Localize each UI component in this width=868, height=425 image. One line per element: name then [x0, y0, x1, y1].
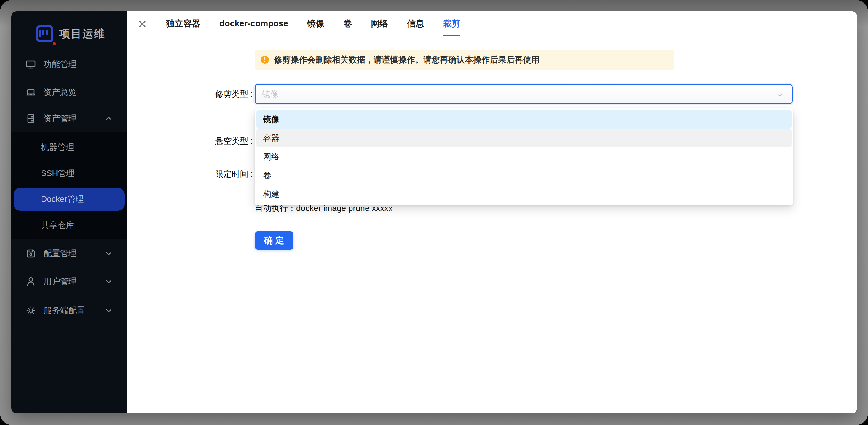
sidebar-item-label: 配置管理 — [43, 248, 77, 259]
tab-volume[interactable]: 卷 — [343, 11, 352, 36]
sidebar-item-function-mgmt[interactable]: 功能管理 — [11, 51, 127, 77]
chevron-down-icon — [105, 278, 113, 285]
sidebar-item-label: 服务端配置 — [43, 305, 85, 316]
server-icon — [25, 113, 36, 124]
sidebar-item-label: 用户管理 — [43, 276, 77, 287]
gear-icon — [25, 305, 36, 316]
warning-text: 修剪操作会删除相关数据，请谨慎操作。请您再确认本操作后果后再使用 — [274, 54, 539, 65]
tab-prune[interactable]: 裁剪 — [443, 11, 460, 36]
dropdown-option-image[interactable]: 镜像 — [256, 110, 792, 129]
app-title: 项目运维 — [59, 27, 105, 41]
warning-banner: ! 修剪操作会删除相关数据，请谨慎操作。请您再确认本操作后果后再使用 — [255, 50, 674, 70]
dropdown-option-container[interactable]: 容器 — [256, 129, 792, 147]
sidebar-item-shared-repo[interactable]: 共享仓库 — [11, 212, 127, 238]
tab-docker-compose[interactable]: docker-compose — [219, 11, 288, 36]
save-icon — [25, 248, 36, 259]
tabs: 独立容器 docker-compose 镜像 卷 网络 信息 裁剪 — [166, 11, 460, 36]
sidebar-item-machine-mgmt[interactable]: 机器管理 — [11, 134, 127, 160]
chevron-down-icon — [105, 250, 113, 257]
confirm-button[interactable]: 确 定 — [255, 231, 293, 250]
sidebar-item-asset-overview[interactable]: 资产总览 — [11, 79, 127, 105]
sidebar-item-config-mgmt[interactable]: 配置管理 — [11, 240, 127, 266]
logo-icon — [36, 25, 53, 42]
exclamation-circle-icon: ! — [261, 56, 269, 64]
laptop-icon — [25, 87, 36, 98]
sidebar-item-label: 功能管理 — [43, 59, 77, 70]
tab-info[interactable]: 信息 — [407, 11, 424, 36]
main-content: 独立容器 docker-compose 镜像 卷 网络 信息 裁剪 ! 修剪操作… — [127, 11, 857, 414]
prune-type-label: 修剪类型 : — [164, 88, 253, 100]
chevron-down-icon — [105, 307, 113, 315]
sidebar-item-label: Docker管理 — [41, 194, 84, 205]
dropdown-option-volume[interactable]: 卷 — [256, 166, 792, 185]
desktop-background: 项目运维 功能管理 资产总览 资产管理 — [0, 0, 868, 425]
chevron-up-icon — [105, 115, 113, 122]
prune-type-select[interactable]: 镜像 — [255, 84, 793, 104]
sidebar: 项目运维 功能管理 资产总览 资产管理 — [11, 11, 127, 414]
tab-image[interactable]: 镜像 — [307, 11, 324, 36]
logo-dot — [53, 42, 56, 45]
prune-type-dropdown: 镜像 容器 网络 卷 构建 — [255, 108, 793, 205]
select-placeholder: 镜像 — [262, 89, 279, 100]
sidebar-item-user-mgmt[interactable]: 用户管理 — [11, 268, 127, 295]
sidebar-item-asset-mgmt[interactable]: 资产管理 — [11, 105, 127, 132]
chevron-down-icon — [775, 90, 784, 99]
user-icon — [25, 276, 36, 287]
dropdown-option-network[interactable]: 网络 — [256, 147, 792, 166]
tab-bar: 独立容器 docker-compose 镜像 卷 网络 信息 裁剪 — [127, 11, 857, 36]
app-window: 项目运维 功能管理 资产总览 资产管理 — [11, 11, 857, 414]
dangling-type-label: 悬空类型 : — [164, 135, 253, 147]
dropdown-option-build[interactable]: 构建 — [256, 185, 792, 203]
sidebar-item-label: 资产总览 — [43, 87, 77, 98]
sidebar-item-server-config[interactable]: 服务端配置 — [11, 298, 127, 324]
sidebar-item-docker-mgmt[interactable]: Docker管理 — [11, 186, 127, 212]
time-limit-label: 限定时间 : — [164, 168, 253, 181]
close-icon[interactable] — [138, 20, 147, 28]
sidebar-item-label: SSH管理 — [41, 168, 75, 179]
tab-standalone-container[interactable]: 独立容器 — [166, 11, 200, 36]
sidebar-item-label: 共享仓库 — [41, 220, 74, 231]
sidebar-item-label: 机器管理 — [41, 142, 74, 153]
app-logo: 项目运维 — [36, 24, 105, 43]
tab-network[interactable]: 网络 — [371, 11, 388, 36]
monitor-icon — [25, 59, 36, 70]
sidebar-item-ssh-mgmt[interactable]: SSH管理 — [11, 160, 127, 187]
sidebar-item-label: 资产管理 — [43, 113, 77, 124]
